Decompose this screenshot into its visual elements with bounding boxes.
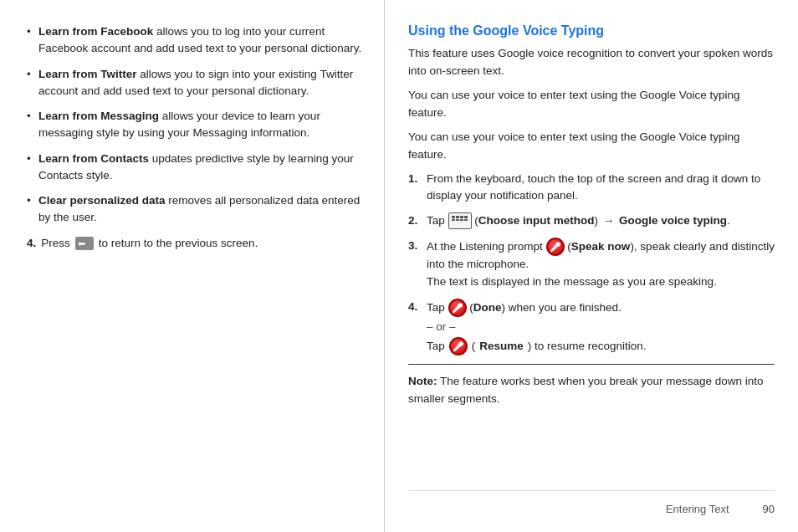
step-3: 3. At the Listening prompt (Speak now), … bbox=[408, 238, 775, 290]
step1-content: From the keyboard, touch the top of the … bbox=[427, 171, 775, 205]
right-column: Using the Google Voice Typing This featu… bbox=[385, 0, 798, 532]
bullet-list: Learn from Facebook allows you to log in… bbox=[27, 23, 364, 227]
bullet-bold: Clear personalized data bbox=[38, 194, 166, 207]
step2-num: 2. bbox=[408, 212, 427, 229]
step-1: 1. From the keyboard, touch the top of t… bbox=[408, 171, 775, 205]
step4-number: 4. bbox=[27, 235, 36, 252]
step4-text: to return to the previous screen. bbox=[99, 235, 258, 252]
footer: Entering Text 90 bbox=[408, 490, 775, 515]
bullet-bold: Learn from Twitter bbox=[38, 68, 137, 80]
step-2: 2. Tap (Choose input method) → Google vo… bbox=[408, 212, 775, 229]
bullet-item: Learn from Twitter allows you to sign in… bbox=[27, 66, 364, 100]
press-line: 4. Press to return to the previous scree… bbox=[27, 235, 364, 252]
para1: This feature uses Google voice recogniti… bbox=[408, 45, 775, 80]
para2: You can use your voice to enter text usi… bbox=[408, 87, 775, 122]
bullet-bold: Learn from Messaging bbox=[38, 110, 159, 122]
step4-content: Tap (Done) when you are finished. – or –… bbox=[427, 299, 775, 356]
back-icon bbox=[75, 237, 94, 250]
bullet-item: Learn from Facebook allows you to log in… bbox=[27, 23, 364, 58]
or-line: – or – bbox=[427, 319, 775, 335]
note-body: The feature works best when you break yo… bbox=[408, 375, 763, 405]
mic-icon-3 bbox=[449, 337, 468, 356]
bullet-item: Clear personalized data removes all pers… bbox=[27, 192, 364, 227]
bullet-bold: Learn from Contacts bbox=[38, 152, 149, 165]
step3-content: At the Listening prompt (Speak now), spe… bbox=[427, 238, 775, 290]
section-title: Using the Google Voice Typing bbox=[408, 23, 775, 38]
step4-num: 4. bbox=[408, 299, 427, 356]
keyboard-icon bbox=[448, 212, 472, 229]
bullet-bold: Learn from Facebook bbox=[38, 25, 153, 38]
left-column: Learn from Facebook allows you to log in… bbox=[0, 0, 385, 532]
bullet-item: Learn from Messaging allows your device … bbox=[27, 108, 364, 142]
step-4: 4. Tap (Done) when you are finished. – o… bbox=[408, 299, 775, 356]
note-bold: Note: bbox=[408, 375, 437, 387]
para3: You can use your voice to enter text usi… bbox=[408, 129, 775, 164]
step3-num: 3. bbox=[408, 238, 427, 290]
footer-page: 90 bbox=[763, 503, 775, 515]
note-text: Note: The feature works best when you br… bbox=[408, 373, 775, 408]
note-section: Note: The feature works best when you br… bbox=[408, 364, 775, 408]
bullet-item: Learn from Contacts updates predictive s… bbox=[27, 151, 364, 185]
step1-num: 1. bbox=[408, 171, 427, 205]
numbered-list: 1. From the keyboard, touch the top of t… bbox=[408, 171, 775, 356]
step2-content: Tap (Choose input method) → Google voice… bbox=[427, 212, 775, 229]
right-main: Using the Google Voice Typing This featu… bbox=[408, 23, 775, 482]
step4-press: Press bbox=[41, 235, 70, 252]
footer-section: Entering Text bbox=[666, 503, 729, 515]
mic-icon-2 bbox=[448, 299, 467, 317]
mic-icon-1 bbox=[546, 238, 565, 256]
